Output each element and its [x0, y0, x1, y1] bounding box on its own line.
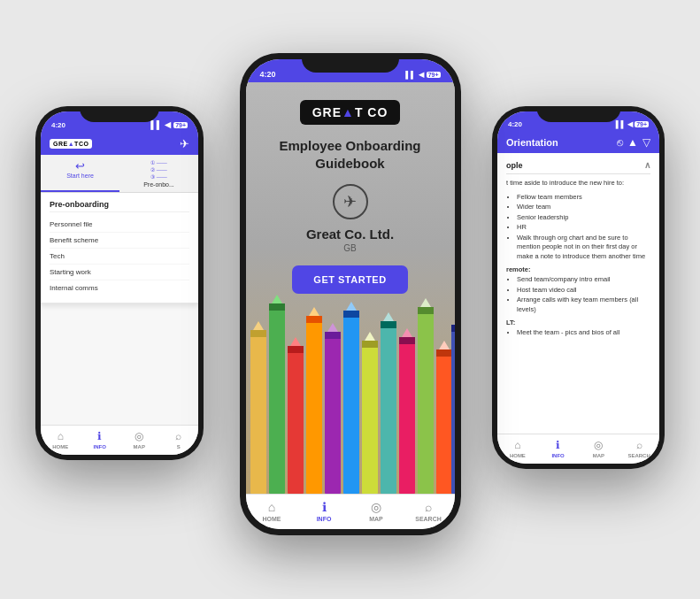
- phone-center: 4:20 ▌▌◀79+ GRE▲T CO Employee Onboarding…: [240, 53, 461, 535]
- phone-left: 4:20 ▌▌◀79+ GRE▲TCO ✈ ↩ Start here ① ——: [35, 106, 204, 460]
- svg-rect-2: [250, 330, 266, 337]
- svg-rect-15: [343, 315, 359, 494]
- right-header-icons: ⎋ ▲ ▽: [617, 136, 650, 149]
- center-status-icons: ▌▌◀79+: [405, 71, 440, 79]
- share-icon[interactable]: ⎋: [617, 136, 623, 149]
- svg-rect-33: [451, 329, 455, 494]
- center-nav-tabs: ⌂ HOME ℹ INFO ◎ MAP ⌕ SEARCH: [246, 494, 455, 529]
- right-home-icon: ⌂: [514, 439, 520, 451]
- intro-paragraph: t time aside to introduce the new hire t…: [506, 179, 650, 188]
- dropdown-panel: Pre-onboarding Personnel file Benefit sc…: [41, 193, 198, 303]
- dropdown-item-1[interactable]: Personnel file: [50, 217, 189, 233]
- center-info-icon: ℹ: [322, 500, 327, 514]
- svg-rect-9: [306, 320, 322, 494]
- home-icon: ⌂: [58, 430, 64, 442]
- right-nav-tabs: ⌂ HOME ℹ INFO ◎ MAP ⌕ SEARCH: [497, 434, 659, 464]
- right-content: ople ∧ t time aside to introduce the new…: [497, 153, 659, 434]
- left-status-time: 4:20: [51, 121, 65, 129]
- svg-rect-26: [399, 337, 415, 344]
- svg-rect-35: [451, 325, 455, 332]
- search-icon-left: ⌕: [175, 430, 181, 442]
- right-info-icon: ℹ: [556, 439, 560, 451]
- dropdown-item-5[interactable]: Internal comms: [50, 280, 189, 296]
- right-header: Orientation ⎋ ▲ ▽: [497, 132, 659, 153]
- center-main: GRE▲T CO Employee Onboarding Guidebook ✈…: [246, 82, 455, 494]
- left-send-icon: ✈: [180, 137, 189, 150]
- center-status-time: 4:20: [260, 70, 276, 79]
- svg-rect-29: [418, 307, 434, 314]
- remote-label: remote:: [506, 265, 650, 273]
- right-status-icons: ▌▌◀79+: [616, 120, 649, 128]
- right-header-title: Orientation: [506, 137, 558, 148]
- center-search-icon: ⌕: [425, 500, 432, 514]
- right-nav-info[interactable]: ℹ INFO: [538, 439, 579, 458]
- center-logo: GRE▲T CO: [300, 100, 401, 125]
- right-status-time: 4:20: [508, 120, 522, 128]
- section-header-people: ople ∧: [506, 160, 650, 174]
- svg-rect-27: [418, 311, 434, 494]
- starthere-icon: ↩: [75, 159, 85, 173]
- center-home-icon: ⌂: [268, 500, 275, 514]
- starthere-label: Start here: [66, 173, 94, 179]
- svg-rect-24: [399, 342, 415, 494]
- center-map-icon: ◎: [371, 500, 381, 514]
- svg-rect-8: [288, 346, 304, 353]
- center-send-circle: ✈: [333, 184, 368, 219]
- center-nav-info[interactable]: ℹ INFO: [298, 500, 350, 522]
- right-map-icon: ◎: [594, 439, 603, 451]
- center-nav-home[interactable]: ⌂ HOME: [246, 500, 298, 522]
- left-tab-starthere[interactable]: ↩ Start here: [41, 155, 119, 192]
- dropdown-item-2[interactable]: Benefit scheme: [50, 233, 189, 249]
- right-nav-home[interactable]: ⌂ HOME: [497, 439, 538, 458]
- center-title: Employee Onboarding Guidebook: [279, 137, 420, 172]
- phone-right: 4:20 ▌▌◀79+ Orientation ⎋ ▲ ▽ ople ∧: [492, 106, 665, 469]
- svg-rect-17: [343, 311, 359, 318]
- dropdown-item-3[interactable]: Tech: [50, 249, 189, 265]
- left-nav-map[interactable]: ◎ MAP: [119, 430, 159, 449]
- left-nav-home[interactable]: ⌂ HOME: [41, 430, 81, 449]
- up-icon[interactable]: ▲: [627, 136, 638, 149]
- left-status-icons: ▌▌◀79+: [150, 120, 188, 129]
- left-tab-preonboarding[interactable]: ① —— ② —— ③ —— Pre-onbo...: [119, 155, 198, 192]
- center-company-code: GB: [343, 243, 356, 253]
- right-search-icon: ⌕: [636, 439, 642, 451]
- svg-rect-14: [325, 332, 341, 339]
- svg-rect-20: [362, 341, 378, 348]
- left-nav-search[interactable]: ⌕ S: [159, 430, 199, 449]
- bullet-list-lt: Meet the team - pics and bios of all: [506, 328, 650, 338]
- svg-rect-30: [436, 354, 452, 494]
- left-nav-info[interactable]: ℹ INFO: [81, 430, 120, 449]
- scene: 4:20 ▌▌◀79+ GRE▲TCO ✈ ↩ Start here ① ——: [0, 0, 700, 599]
- svg-rect-18: [362, 345, 378, 494]
- pencils-container: [246, 281, 455, 494]
- svg-rect-21: [381, 326, 396, 494]
- dropdown-item-4[interactable]: Starting work: [50, 265, 189, 280]
- center-nav-map[interactable]: ◎ MAP: [350, 500, 403, 522]
- svg-rect-12: [325, 336, 341, 494]
- center-company-name: Great Co. Ltd.: [306, 227, 394, 242]
- center-nav-search[interactable]: ⌕ SEARCH: [403, 500, 455, 522]
- svg-rect-23: [381, 321, 396, 328]
- svg-rect-5: [269, 303, 285, 311]
- map-icon: ◎: [135, 430, 143, 442]
- left-logo: GRE▲TCO: [50, 139, 92, 149]
- preonboarding-label: Pre-onbo...: [143, 181, 174, 188]
- right-nav-map[interactable]: ◎ MAP: [579, 439, 619, 458]
- down-icon[interactable]: ▽: [642, 136, 650, 149]
- svg-rect-6: [288, 350, 304, 494]
- right-nav-search[interactable]: ⌕ SEARCH: [619, 439, 659, 458]
- section-chevron: ∧: [644, 160, 650, 170]
- bullet-list-main: Fellow team members Wider team Senior le…: [506, 193, 650, 262]
- lt-label: LT:: [506, 319, 650, 326]
- svg-rect-11: [306, 316, 322, 323]
- info-icon: ℹ: [97, 430, 102, 442]
- dropdown-title: Pre-onboarding: [50, 200, 189, 212]
- svg-rect-3: [269, 308, 285, 494]
- left-nav-tabs: ⌂ HOME ℹ INFO ◎ MAP ⌕ S: [41, 425, 198, 455]
- get-started-button[interactable]: GET STARTED: [292, 265, 407, 294]
- bullet-list-remote: Send team/company intro email Host team …: [506, 275, 650, 314]
- svg-rect-0: [250, 334, 266, 494]
- svg-rect-32: [436, 349, 452, 357]
